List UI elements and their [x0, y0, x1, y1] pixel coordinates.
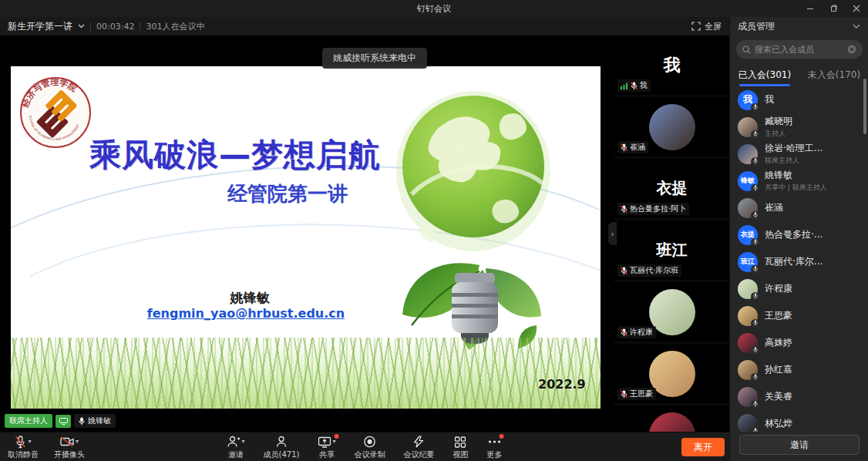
- chevron-down-icon[interactable]: [78, 24, 85, 29]
- tile-name-chip: 瓦丽代·库尔班: [617, 264, 681, 277]
- tile-name-chip: 许程康: [617, 326, 656, 338]
- chevron-down-icon[interactable]: ▾: [76, 439, 79, 445]
- mic-icon: [753, 212, 758, 218]
- camera-button[interactable]: ▾ 开摄像头: [54, 435, 85, 460]
- member-name: 关美睿: [765, 390, 792, 403]
- video-tile[interactable]: 衣提 热合曼多拉·阿卜: [614, 159, 729, 218]
- search-box[interactable]: [736, 40, 863, 59]
- member-row[interactable]: 高姝婷: [730, 329, 868, 356]
- shared-slide: 经济与管理学院 SCHOOL OF ECONOMICS AND MANAGEME…: [11, 66, 601, 409]
- search-input[interactable]: [755, 45, 843, 55]
- member-role: 联席主持人: [765, 156, 823, 166]
- camera-label: 开摄像头: [54, 449, 85, 460]
- sharing-indicator: [56, 415, 71, 428]
- camera-off-icon: [60, 436, 74, 447]
- fullscreen-button[interactable]: 全屏: [691, 21, 722, 32]
- member-row[interactable]: 臧晓明 主持人: [730, 113, 868, 140]
- member-row[interactable]: 许程康: [730, 275, 868, 302]
- member-name: 高姝婷: [765, 336, 792, 349]
- avatar: 班江: [738, 252, 758, 272]
- chevron-down-icon[interactable]: ▾: [28, 439, 31, 445]
- member-row[interactable]: 王思豪: [730, 302, 868, 329]
- member-role: 主持人: [765, 129, 792, 139]
- invite-toolbar-button[interactable]: ▾ 邀请: [227, 435, 245, 460]
- invite-label: 邀请: [228, 449, 244, 460]
- meeting-name[interactable]: 新生开学第一讲: [8, 20, 72, 33]
- member-name: 热合曼多拉·...: [765, 228, 823, 241]
- mic-badge: [751, 103, 759, 112]
- tile-name-chip: 我: [617, 79, 651, 92]
- member-row[interactable]: 我 我: [730, 86, 868, 113]
- mic-icon: [753, 347, 758, 353]
- member-row[interactable]: 孙红嘉: [730, 356, 868, 383]
- mic-icon: [753, 266, 758, 272]
- member-name: 瓦丽代·库尔...: [765, 255, 823, 268]
- member-row[interactable]: 衣提 热合曼多拉·...: [730, 221, 868, 248]
- presenter-name: 姚锋敏: [88, 416, 111, 426]
- leave-button[interactable]: 离开: [681, 438, 725, 456]
- tab-not-joined[interactable]: 未入会(170): [799, 63, 868, 86]
- screen-share-icon: [59, 418, 68, 425]
- member-row[interactable]: 班江 瓦丽代·库尔...: [730, 248, 868, 275]
- divider: [140, 22, 140, 31]
- share-button[interactable]: ▾ 共享: [318, 435, 335, 460]
- member-row[interactable]: 林弘烨: [730, 410, 868, 432]
- unmute-button[interactable]: ▾ 取消静音: [8, 435, 39, 460]
- slide-title: 乘风破浪—梦想启航: [89, 134, 381, 177]
- minimize-icon[interactable]: [799, 0, 822, 17]
- scrollbar[interactable]: [863, 79, 866, 134]
- video-tile[interactable]: 班江 瓦丽代·库尔班: [614, 220, 729, 280]
- collapse-strip-handle[interactable]: ›: [608, 222, 617, 245]
- video-tile[interactable]: 王思豪: [614, 344, 729, 403]
- mic-badge: [751, 238, 759, 247]
- mic-muted-icon: [621, 205, 627, 214]
- more-label: 更多: [486, 449, 502, 460]
- fullscreen-icon: [691, 22, 701, 31]
- minutes-button[interactable]: 会议纪要: [403, 435, 434, 460]
- video-tile[interactable]: 许程康: [614, 282, 729, 342]
- slide-decor-grass: [11, 338, 601, 409]
- chevron-down-icon[interactable]: ▾: [332, 439, 335, 445]
- chevron-down-icon[interactable]: [853, 24, 860, 29]
- tile-name-chip: 崔涵: [617, 141, 648, 153]
- member-row[interactable]: 锋敏 姚锋敏 共享中 | 联席主持人: [730, 167, 868, 194]
- clear-search-icon[interactable]: [847, 45, 856, 54]
- mic-badge: [751, 400, 759, 409]
- view-label: 视图: [453, 449, 468, 460]
- member-name: 许程康: [765, 282, 792, 295]
- notification-dot: [499, 434, 503, 439]
- divider: [90, 22, 91, 31]
- member-name: 林弘烨: [765, 417, 792, 430]
- mic-icon: [753, 158, 758, 164]
- invite-button[interactable]: 邀请: [739, 435, 860, 455]
- tile-name: 许程康: [630, 327, 653, 338]
- view-button[interactable]: 视图: [453, 435, 468, 460]
- avatar: 我: [738, 90, 758, 110]
- chevron-down-icon[interactable]: ▾: [242, 439, 245, 445]
- person-add-icon: [227, 436, 241, 448]
- members-button[interactable]: 成员(471): [264, 435, 300, 460]
- member-row[interactable]: 关美睿: [730, 383, 868, 410]
- call-toast: 姚威接听系统来电中: [322, 48, 427, 69]
- member-panel-header: 成员管理: [729, 17, 868, 35]
- tab-joined[interactable]: 已入会(301): [730, 63, 799, 86]
- screen-share-icon: [318, 436, 331, 448]
- member-row[interactable]: 徐岩·哈理工... 联席主持人: [730, 140, 868, 167]
- mic-badge: [751, 265, 759, 274]
- mic-icon: [79, 417, 85, 426]
- avatar: 我: [649, 42, 695, 89]
- member-row[interactable]: 崔涵: [730, 194, 868, 221]
- record-button[interactable]: 会议录制: [354, 435, 385, 460]
- maximize-icon[interactable]: [822, 0, 845, 17]
- avatar: [738, 414, 758, 432]
- video-tile[interactable]: 我 我: [614, 35, 729, 95]
- avatar: 锋敏: [738, 171, 758, 191]
- video-tile[interactable]: 崔涵: [614, 97, 729, 156]
- close-icon[interactable]: [845, 0, 868, 17]
- avatar: 衣提: [738, 225, 758, 245]
- video-tile[interactable]: 高姝婷: [614, 405, 729, 432]
- more-button[interactable]: 更多: [486, 435, 502, 460]
- mic-muted-icon: [15, 436, 26, 449]
- presenter-name-chip: 姚锋敏: [74, 414, 116, 428]
- mic-muted-icon: [621, 143, 627, 152]
